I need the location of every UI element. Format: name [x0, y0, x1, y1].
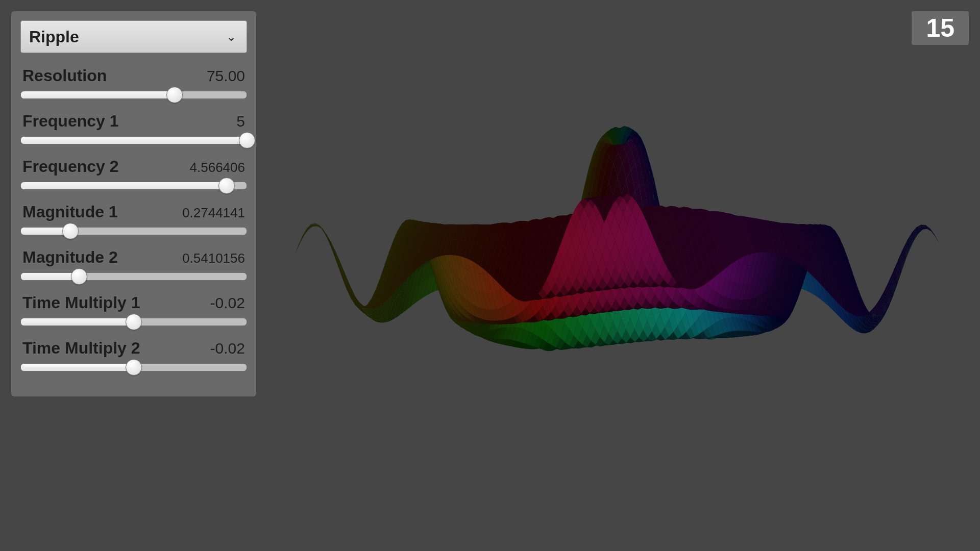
- slider-value-timemult1: -0.02: [210, 294, 245, 312]
- function-dropdown[interactable]: Ripple ⌄: [20, 20, 247, 53]
- slider-thumb-magnitude2[interactable]: [71, 268, 87, 285]
- slider-magnitude2: Magnitude 20.5410156: [20, 248, 247, 284]
- slider-label-timemult2: Time Multiply 2: [22, 339, 140, 358]
- slider-track-resolution[interactable]: [20, 87, 247, 103]
- function-dropdown-label: Ripple: [29, 28, 79, 46]
- slider-frequency1: Frequency 15: [20, 112, 247, 148]
- slider-thumb-frequency1[interactable]: [239, 132, 255, 148]
- control-panel: Ripple ⌄ Resolution75.00Frequency 15Freq…: [11, 11, 256, 396]
- slider-track-timemult2[interactable]: [20, 360, 247, 375]
- slider-track-timemult1[interactable]: [20, 314, 247, 330]
- slider-value-frequency2: 4.566406: [190, 160, 245, 176]
- slider-label-magnitude2: Magnitude 2: [22, 248, 118, 267]
- slider-value-timemult2: -0.02: [210, 340, 245, 357]
- slider-resolution: Resolution75.00: [20, 66, 247, 103]
- slider-label-timemult1: Time Multiply 1: [22, 293, 140, 312]
- slider-thumb-timemult1[interactable]: [126, 314, 142, 330]
- slider-frequency2: Frequency 24.566406: [20, 157, 247, 193]
- slider-value-frequency1: 5: [236, 113, 245, 130]
- slider-timemult1: Time Multiply 1-0.02: [20, 293, 247, 330]
- slider-track-frequency2[interactable]: [20, 178, 247, 193]
- slider-magnitude1: Magnitude 10.2744141: [20, 203, 247, 239]
- slider-thumb-timemult2[interactable]: [126, 359, 142, 375]
- slider-label-magnitude1: Magnitude 1: [22, 203, 118, 221]
- slider-value-resolution: 75.00: [207, 67, 245, 85]
- slider-value-magnitude1: 0.2744141: [182, 205, 245, 221]
- slider-track-magnitude1[interactable]: [20, 223, 247, 239]
- slider-track-frequency1[interactable]: [20, 133, 247, 148]
- slider-thumb-magnitude1[interactable]: [62, 223, 79, 239]
- slider-thumb-resolution[interactable]: [166, 87, 183, 103]
- slider-value-magnitude2: 0.5410156: [182, 251, 245, 266]
- ripple-surface-canvas[interactable]: [286, 0, 980, 551]
- slider-label-frequency2: Frequency 2: [22, 157, 119, 176]
- slider-timemult2: Time Multiply 2-0.02: [20, 339, 247, 375]
- viewport-3d[interactable]: [286, 0, 980, 551]
- slider-thumb-frequency2[interactable]: [218, 178, 235, 194]
- slider-label-resolution: Resolution: [22, 66, 107, 85]
- slider-label-frequency1: Frequency 1: [22, 112, 119, 131]
- slider-track-magnitude2[interactable]: [20, 269, 247, 284]
- chevron-down-icon: ⌄: [226, 30, 236, 44]
